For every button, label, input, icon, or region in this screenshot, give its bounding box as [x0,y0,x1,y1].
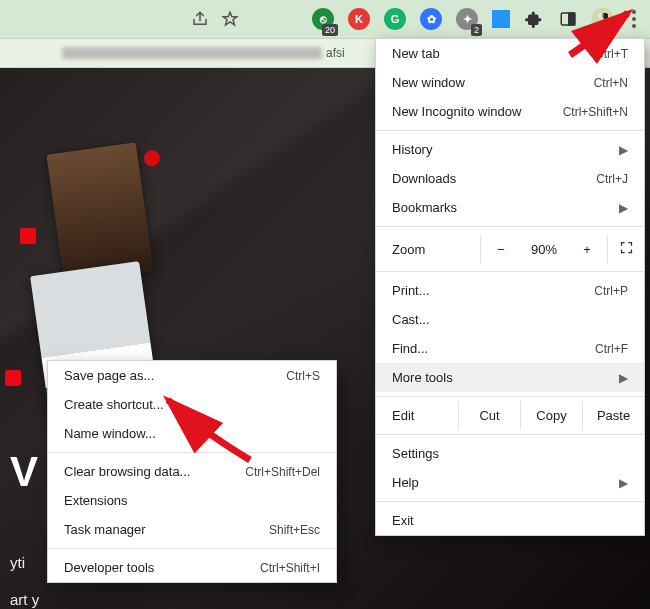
chevron-right-icon: ▶ [619,201,628,215]
menu-new-tab[interactable]: New tabCtrl+T [376,39,644,68]
menu-edit-row: Edit Cut Copy Paste [376,401,644,430]
menu-more-tools[interactable]: More tools▶ [376,363,644,392]
menu-help[interactable]: Help▶ [376,468,644,497]
menu-settings[interactable]: Settings [376,439,644,468]
hero-line-1: yti [10,554,39,571]
menu-print[interactable]: Print...Ctrl+P [376,276,644,305]
chevron-right-icon: ▶ [619,371,628,385]
edit-label: Edit [376,401,458,430]
sidepanel-icon[interactable] [558,9,578,29]
extension-k-icon[interactable]: K [348,8,370,30]
netflix-badge-icon [5,370,21,386]
submenu-developer-tools[interactable]: Developer toolsCtrl+Shift+I [48,553,336,582]
chevron-right-icon: ▶ [619,143,628,157]
star-icon[interactable] [220,9,240,29]
chrome-main-menu: New tabCtrl+T New windowCtrl+N New Incog… [375,38,645,536]
menu-history[interactable]: History▶ [376,135,644,164]
chevron-right-icon: ▶ [619,476,628,490]
zoom-percent: 90% [521,242,567,257]
zoom-in-button[interactable]: + [567,236,607,263]
submenu-clear-browsing-data[interactable]: Clear browsing data...Ctrl+Shift+Del [48,457,336,486]
extension-square-blue[interactable] [492,10,510,28]
menu-zoom-row: Zoom − 90% + [376,231,644,267]
menu-incognito[interactable]: New Incognito windowCtrl+Shift+N [376,97,644,126]
url-suffix: afsi [326,46,345,60]
submenu-save-page-as[interactable]: Save page as...Ctrl+S [48,361,336,390]
hero-line-2: art y [10,591,39,608]
cut-button[interactable]: Cut [458,401,520,430]
paste-button[interactable]: Paste [582,401,644,430]
submenu-name-window[interactable]: Name window... [48,419,336,448]
share-icon[interactable] [190,9,210,29]
fullscreen-button[interactable] [608,240,644,258]
menu-exit[interactable]: Exit [376,506,644,535]
profile-avatar[interactable] [592,8,614,30]
browser-toolbar: ⎋ 20 K G ✿ ✦ 2 [0,0,650,38]
chrome-menu-button[interactable] [628,6,640,32]
extension-grey[interactable]: ✦ 2 [456,8,478,30]
extension-badge-2: 2 [471,24,482,36]
extension-blue-icon[interactable]: ✿ [420,8,442,30]
menu-cast[interactable]: Cast... [376,305,644,334]
menu-bookmarks[interactable]: Bookmarks▶ [376,193,644,222]
menu-new-window[interactable]: New windowCtrl+N [376,68,644,97]
submenu-create-shortcut[interactable]: Create shortcut... [48,390,336,419]
more-tools-submenu: Save page as...Ctrl+S Create shortcut...… [47,360,337,583]
menu-downloads[interactable]: DownloadsCtrl+J [376,164,644,193]
extensions-puzzle-icon[interactable] [524,9,544,29]
menu-find[interactable]: Find...Ctrl+F [376,334,644,363]
submenu-task-manager[interactable]: Task managerShift+Esc [48,515,336,544]
hero-title-fragment: V [10,448,39,496]
url-obscured [62,47,322,59]
netflix-badge-icon [20,228,36,244]
extension-grammarly-icon[interactable]: G [384,8,406,30]
extension-adblock[interactable]: ⎋ 20 [312,8,334,30]
zoom-out-button[interactable]: − [481,236,521,263]
svg-rect-1 [569,13,575,25]
extension-badge: 20 [322,24,338,36]
submenu-extensions[interactable]: Extensions [48,486,336,515]
copy-button[interactable]: Copy [520,401,582,430]
zoom-label: Zoom [392,242,480,257]
